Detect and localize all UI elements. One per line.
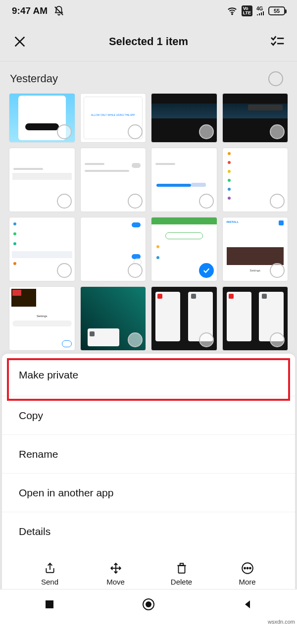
svg-rect-10 (180, 563, 183, 565)
more-icon (241, 562, 254, 575)
svg-rect-8 (178, 565, 185, 573)
svg-point-13 (247, 567, 248, 569)
action-move[interactable]: Move (96, 562, 136, 586)
menu-open-in-app[interactable]: Open in another app (2, 474, 295, 512)
thumbnail[interactable] (80, 148, 147, 212)
action-label: Send (41, 578, 58, 586)
nav-back[interactable] (241, 598, 254, 611)
action-label: Delete (171, 578, 192, 586)
battery-icon: 55 (268, 6, 285, 15)
thumbnail[interactable]: ALLOW ONLY WHILE USING THE APP (80, 93, 147, 143)
menu-label: Make private (19, 369, 78, 381)
thumbnail[interactable] (9, 93, 75, 143)
thumbnail[interactable] (9, 217, 75, 281)
system-nav-bar (0, 589, 297, 619)
share-icon (44, 562, 56, 575)
menu-rename[interactable]: Rename (2, 435, 295, 474)
action-label: More (239, 578, 255, 586)
more-menu-sheet: Make private Copy Rename Open in another… (2, 354, 295, 598)
thumbnail[interactable] (151, 93, 217, 143)
thumbnail[interactable] (151, 148, 217, 212)
volte-icon: VoLTE (242, 5, 252, 16)
svg-point-14 (249, 567, 251, 569)
nav-recents[interactable] (43, 598, 56, 611)
menu-details[interactable]: Details (2, 512, 295, 551)
thumbnail[interactable] (151, 217, 217, 281)
action-send[interactable]: Send (30, 562, 70, 586)
nav-home[interactable] (142, 598, 155, 611)
thumbnail[interactable]: INSTALL Settings (222, 217, 289, 281)
move-icon (109, 562, 122, 575)
menu-make-private[interactable]: Make private (2, 354, 295, 396)
select-all-icon[interactable] (269, 34, 285, 50)
svg-point-12 (244, 567, 246, 569)
page-title: Selected 1 item (28, 35, 269, 48)
thumbnail[interactable] (80, 217, 147, 281)
top-bar: Selected 1 item (0, 22, 297, 61)
thumbnail[interactable] (222, 93, 289, 143)
trash-icon (175, 562, 188, 575)
menu-label: Copy (19, 410, 43, 422)
thumbnail-grid: ALLOW ONLY WHILE USING THE APP (0, 93, 297, 351)
section-select-all[interactable] (268, 71, 283, 86)
wifi-icon (227, 5, 238, 16)
dnd-icon (53, 5, 64, 16)
svg-point-17 (146, 601, 151, 607)
thumbnail[interactable]: Settings (9, 286, 75, 351)
close-icon[interactable] (12, 34, 28, 50)
thumbnail[interactable] (9, 148, 75, 212)
signal-icon: 4G (256, 6, 264, 16)
section-header: Yesterday (0, 61, 297, 93)
watermark: wsxdn.com (268, 619, 295, 625)
action-delete[interactable]: Delete (162, 562, 201, 586)
thumbnail[interactable] (151, 286, 217, 351)
menu-label: Details (19, 526, 50, 537)
checkmark-icon (199, 263, 214, 278)
status-time: 9:47 AM (12, 5, 48, 16)
action-more[interactable]: More (228, 562, 267, 586)
action-label: Move (106, 578, 125, 586)
svg-point-1 (232, 14, 233, 15)
svg-rect-15 (46, 600, 53, 608)
thumbnail[interactable] (80, 286, 147, 351)
section-label: Yesterday (10, 72, 58, 85)
status-bar: 9:47 AM VoLTE 4G 55 (0, 0, 297, 22)
menu-label: Open in another app (19, 487, 113, 499)
menu-copy[interactable]: Copy (2, 396, 295, 435)
menu-label: Rename (19, 448, 58, 460)
thumbnail[interactable] (222, 286, 289, 351)
thumbnail[interactable] (222, 148, 289, 212)
